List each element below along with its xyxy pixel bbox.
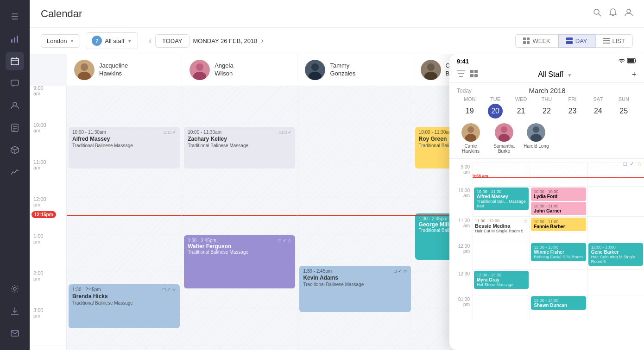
mobile-doc-icon[interactable]: □	[624, 161, 627, 167]
mobile-day-tue[interactable]: TUE 20	[482, 96, 508, 119]
name-tammy: TammyGonzales	[330, 62, 355, 78]
toolbar: London ▼ 7 All staff ▼ ‹ TODAY MONDAY 26…	[30, 28, 644, 54]
mobile-staff-row: Carrie Hawkins Samantha Burke Harold Lon…	[449, 119, 644, 159]
week-label: WEEK	[532, 38, 550, 44]
time-9am: 9:00am	[30, 86, 66, 123]
wifi-icon	[618, 58, 625, 65]
clients-icon[interactable]	[6, 96, 24, 115]
appt-kevin-adams[interactable]: 1:30 - 2:45pm □ ✓ ☆ Kevin Adams Traditio…	[299, 266, 410, 312]
header: Calendar	[30, 0, 644, 28]
settings-icon[interactable]	[6, 280, 24, 298]
mobile-right-icons: □ ✓ ☆	[624, 161, 642, 167]
mobile-appt-fannie[interactable]: 10:30 - 11:00 Fannie Barber	[531, 218, 586, 231]
svg-point-21	[627, 9, 631, 13]
mobile-day-sat[interactable]: SAT 24	[585, 96, 611, 119]
mobile-avatar-harold	[527, 123, 545, 142]
svg-rect-3	[11, 58, 19, 65]
mobile-appt-lydia[interactable]: 10:00 - 10:30 Lydia Ford	[531, 188, 586, 201]
mobile-day-thu[interactable]: THU 22	[534, 96, 559, 119]
list-label: LIST	[612, 38, 625, 44]
search-icon[interactable]	[593, 8, 601, 19]
location-label: London	[47, 38, 67, 44]
mobile-appt-john[interactable]: 10:30 - 11:00 John Garner	[531, 202, 586, 215]
time-11am: 11:00am	[30, 160, 66, 197]
mobile-staff-harold[interactable]: Harold Long	[524, 123, 549, 154]
mobile-avatar-samantha	[495, 123, 513, 142]
mobile-schedule: 9:00am 9:58 am 10:00am	[449, 159, 644, 350]
appt-zachary-kelley[interactable]: 10:00 - 11:30am □ □ ✓ Zachary Kelley Tra…	[184, 127, 295, 169]
appt-brenda-hicks[interactable]: 1:30 - 2:45pm □ ✓ ☆ Brenda Hicks Traditi…	[69, 284, 180, 328]
col-jacqueline: 10:00 - 11:30am □ □ ✓ Alfred Massey Trad…	[67, 86, 182, 350]
appt-walter-ferguson[interactable]: 1:30 - 2:45pm □ ✓ ☆ Walter Ferguson Trad…	[184, 235, 295, 288]
svg-point-57	[467, 126, 474, 133]
calendar-icon[interactable]	[6, 52, 24, 70]
staff-col-tammy: TammyGonzales	[297, 54, 413, 86]
location-chevron: ▼	[69, 38, 74, 44]
prev-date-button[interactable]: ‹	[149, 37, 152, 45]
avatar-angela	[189, 60, 210, 80]
col-tammy: 1:30 - 2:45pm □ ✓ ☆ Kevin Adams Traditio…	[297, 86, 413, 350]
svg-rect-22	[523, 38, 526, 40]
main-content: Calendar London ▼ 7 All staff ▼ ‹ TODAY	[30, 0, 644, 350]
avatar-christian	[421, 60, 441, 80]
messages-icon[interactable]	[6, 74, 24, 93]
mobile-calendar-grid-icon[interactable]	[470, 69, 478, 80]
staff-chevron: ▼	[127, 38, 132, 44]
mobile-staff-carrie[interactable]: Carrie Hawkins	[457, 123, 485, 154]
svg-rect-7	[11, 80, 19, 85]
current-time-line-2	[182, 215, 297, 216]
mobile-star-icon[interactable]: ☆	[637, 161, 642, 167]
staff-select[interactable]: 7 All staff ▼	[86, 32, 138, 49]
list-view-button[interactable]: LIST	[595, 34, 633, 48]
appt-alfred-massey[interactable]: 10:00 - 11:30am □ □ ✓ Alfred Massey Trad…	[69, 127, 180, 169]
mobile-row-1pm: 01:00pm 13:00 - 14:00 Shawn Duncan	[449, 295, 644, 320]
battery-icon	[627, 58, 637, 65]
bell-icon[interactable]	[609, 8, 617, 19]
mobile-check-icon[interactable]: ✓	[630, 161, 634, 167]
avatar-tammy	[305, 60, 325, 80]
svg-rect-26	[566, 38, 573, 40]
svg-point-16	[13, 288, 16, 290]
chart-icon[interactable]	[6, 30, 24, 48]
next-date-button[interactable]: ›	[261, 37, 264, 45]
week-view-button[interactable]: WEEK	[515, 34, 558, 48]
mobile-week-days: MON 19 TUE 20 WED 21 THU 22 FRI 23	[449, 96, 644, 119]
mobile-staff-samantha[interactable]: Samantha Burke	[490, 123, 518, 154]
mobile-appt-shawn[interactable]: 13:00 - 14:00 Shawn Duncan	[531, 296, 586, 310]
orders-icon[interactable]	[6, 119, 24, 137]
mobile-appt-myra[interactable]: 12:30 - 13:30 Myra Gray Hot Stone Massag…	[474, 271, 529, 289]
user-icon[interactable]	[625, 8, 633, 19]
location-select[interactable]: London ▼	[41, 34, 80, 48]
current-date-label: MONDAY 26 FEB, 2018	[193, 38, 258, 44]
current-time-line	[67, 215, 182, 216]
svg-rect-53	[474, 70, 478, 73]
mobile-day-mon[interactable]: MON 19	[457, 96, 482, 119]
sidebar: ☰	[0, 0, 30, 350]
email-icon[interactable]	[6, 324, 24, 343]
mobile-appt-alfred[interactable]: 10:00 - 11:00 Alfred Massey Traditional …	[474, 188, 529, 210]
page-title: Calendar	[41, 8, 82, 20]
mobile-appt-gene[interactable]: 12:00 - 13:00 Gene Barker Hair Colouring…	[588, 243, 643, 266]
mobile-day-fri[interactable]: FRI 23	[560, 96, 585, 119]
menu-icon[interactable]: ☰	[6, 7, 24, 26]
mobile-day-wed[interactable]: WED 21	[508, 96, 534, 119]
svg-rect-48	[635, 60, 636, 62]
day-view-button[interactable]: DAY	[558, 34, 595, 48]
mobile-add-icon[interactable]: +	[631, 70, 637, 80]
mobile-all-staff-title[interactable]: All Staff ▼	[483, 70, 627, 79]
today-button[interactable]: TODAY	[155, 34, 189, 48]
analytics-icon[interactable]	[6, 163, 24, 181]
staff-col-angela: AngelaWilson	[182, 54, 297, 86]
svg-line-14	[15, 148, 19, 150]
mobile-day-sun[interactable]: SUN 25	[611, 96, 637, 119]
mobile-filter-icon[interactable]	[457, 70, 465, 79]
mobile-row-1230pm: 12:30 12:30 - 13:30 Myra Gray Hot Stone …	[449, 269, 644, 295]
box-icon[interactable]	[6, 141, 24, 159]
svg-rect-25	[527, 41, 530, 44]
mobile-status-icons	[618, 58, 637, 65]
svg-rect-2	[17, 36, 18, 43]
mobile-row-11am: 11:00am 11:00 - 12:00 Bessie Medina Hair…	[449, 216, 644, 242]
download-icon[interactable]	[6, 302, 24, 320]
mobile-appt-winnie[interactable]: 12:00 - 13:00 Winnie Fisher Refining Fac…	[531, 243, 586, 261]
svg-line-13	[11, 148, 15, 150]
